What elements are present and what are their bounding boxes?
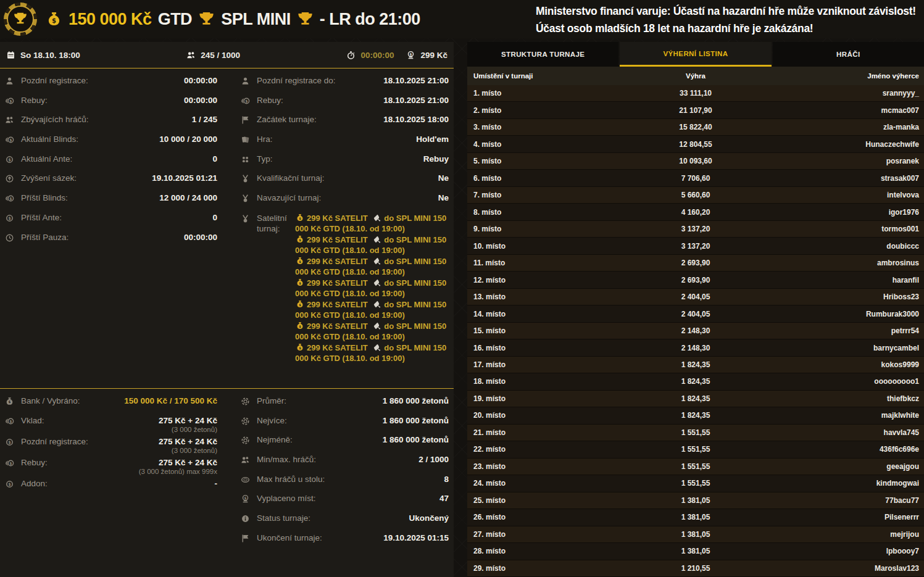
info-value: 47 — [435, 494, 449, 503]
table-row: 4. místo 12 804,55 Hunaczechwife — [467, 136, 924, 152]
info-label: Zvýšení sázek: — [21, 173, 77, 183]
info-row: Nejméně: 1 860 000 žetonů — [241, 431, 449, 451]
table-icon — [241, 475, 250, 484]
info-row: Průměr: 1 860 000 žetonů — [241, 392, 449, 412]
info-value: 00:00:00 — [179, 96, 217, 105]
cell-name: 436f6c696e — [772, 445, 924, 454]
info-row: Pozdní registrace: 275 Kč + 24 Kč(3 000 … — [5, 433, 217, 454]
info-value: 1 860 000 žetonů — [378, 435, 449, 444]
info-row: Status turnaje: Ukončený — [241, 510, 449, 529]
info-value: 1 860 000 žetonů — [378, 396, 449, 405]
table-row: 28. místo 1 381,05 lpboooy7 — [467, 543, 924, 560]
summary-players: 245 / 1000 — [186, 51, 240, 60]
cell-name: Hriboss23 — [772, 293, 924, 301]
info-top-section: Pozdní registrace: 00:00:00 Rebuy: 00:00… — [0, 68, 454, 388]
cell-win: 1 551,55 — [620, 445, 772, 454]
info-value: Rebuy — [418, 154, 449, 164]
info-row: Pozdní registrace: 00:00:00 — [5, 72, 217, 92]
satellite-icon — [373, 214, 381, 222]
cell-win: 1 381,05 — [620, 547, 772, 555]
info-row: Příští Blinds: 12 000 / 24 000 — [5, 189, 217, 209]
cell-name: havvla745 — [772, 428, 924, 437]
info-top-right-column: Pozdní registrace do: 18.10.2025 21:00 R… — [241, 72, 449, 388]
info-row: Rebuy: 00:00:00 — [5, 92, 217, 112]
cell-name: Pilsenerrr — [772, 513, 924, 521]
tab[interactable]: STRUKTURA TURNAJE — [467, 42, 618, 67]
timer-value: 00:00:00 — [360, 51, 394, 60]
satellite-icon — [373, 257, 381, 265]
info-row: Rebuy: 275 Kč + 24 Kč(3 000 žetonů) max … — [5, 454, 217, 475]
gtd-label: GTD — [158, 10, 193, 29]
tournament-title: 150 000 Kč GTD SPL MINI - LR do 21:00 — [46, 0, 420, 38]
cell-place: 15. místo — [467, 326, 620, 335]
cell-name: haranfil — [772, 276, 924, 284]
tab[interactable]: VÝHERNÍ LISTINA — [620, 42, 771, 67]
satellite-link[interactable]: 299 Kč SATELIT do SPL MINI 150 000 Kč GT… — [295, 342, 449, 364]
info-row: Addon: - — [5, 475, 217, 495]
people-icon — [5, 115, 14, 125]
cell-name: intelvova — [772, 191, 924, 199]
info-row: Vyplaceno míst: 47 — [241, 490, 449, 510]
info-label: Rebuy: — [21, 458, 48, 467]
satellite-list: 299 Kč SATELIT do SPL MINI 150 000 Kč GT… — [295, 213, 449, 364]
cell-place: 4. místo — [467, 140, 620, 149]
coins-icon — [5, 194, 14, 203]
cell-place: 22. místo — [467, 445, 620, 454]
moneybag-icon — [5, 397, 14, 406]
cell-place: 3. místo — [467, 123, 620, 131]
info-value: 1 860 000 žetonů — [378, 416, 449, 425]
title-suffix: - LR do 21:00 — [320, 10, 420, 29]
info-row: Typ: Rebuy — [241, 151, 449, 170]
results-table-body: 1. místo 33 111,10 srannyyy_ 2. místo 21… — [467, 85, 924, 577]
coin-icon — [5, 438, 14, 447]
cell-win: 7 706,60 — [620, 174, 772, 183]
cell-name: strasak007 — [772, 174, 924, 183]
info-top-left-column: Pozdní registrace: 00:00:00 Rebuy: 00:00… — [5, 72, 217, 388]
info-value: 275 Kč + 24 Kč(3 000 žetonů) — [154, 416, 217, 433]
cell-place: 11. místo — [467, 259, 620, 267]
info-value: 18.10.2025 18:00 — [378, 115, 449, 124]
cell-name: barnycambel — [772, 344, 924, 352]
summary-right-group: 00:00:00 299 Kč — [346, 51, 447, 60]
cell-win: 1 551,55 — [620, 428, 772, 437]
person-icon — [241, 77, 250, 86]
cell-place: 2. místo — [467, 106, 620, 115]
satellite-link[interactable]: 299 Kč SATELIT do SPL MINI 150 000 Kč GT… — [295, 321, 449, 342]
cell-win: 1 824,35 — [620, 377, 772, 386]
cell-place: 27. místo — [467, 530, 620, 539]
satellite-link[interactable]: 299 Kč SATELIT do SPL MINI 150 000 Kč GT… — [295, 278, 449, 299]
cell-place: 20. místo — [467, 411, 620, 420]
info-label: Max hráčů u stolu: — [257, 475, 325, 484]
cell-win: 2 693,90 — [620, 259, 772, 267]
info-label: Zbývajících hráčů: — [21, 115, 89, 124]
tab[interactable]: HRÁČI — [773, 42, 924, 67]
info-label: Hra: — [257, 135, 273, 144]
table-row: 15. místo 2 148,30 petrrr54 — [467, 323, 924, 339]
cell-win: 1 551,55 — [620, 479, 772, 488]
table-row: 3. místo 15 822,40 zla-manka — [467, 119, 924, 136]
info-row: Navazující turnaj: Ne — [241, 189, 449, 209]
cell-name: thiefbkcz — [772, 394, 924, 403]
date-value: So 18.10. 18:00 — [20, 51, 80, 60]
table-row: 1. místo 33 111,10 srannyyy_ — [467, 85, 924, 102]
calendar-icon — [6, 51, 15, 60]
prize-amount: 150 000 Kč — [69, 10, 152, 29]
gambling-warning: Ministerstvo financí varuje: Účastí na h… — [536, 2, 916, 37]
cell-win: 12 804,55 — [620, 140, 772, 149]
satellite-link[interactable]: 299 Kč SATELIT do SPL MINI 150 000 Kč GT… — [295, 299, 449, 321]
moneybag-icon — [296, 278, 304, 287]
cell-place: 9. místo — [467, 225, 620, 233]
cell-name: 77bacu77 — [772, 496, 924, 505]
info-row: Max hráčů u stolu: 8 — [241, 471, 449, 491]
satellite-link[interactable]: 299 Kč SATELIT do SPL MINI 150 000 Kč GT… — [295, 213, 449, 235]
satellite-link[interactable]: 299 Kč SATELIT do SPL MINI 150 000 Kč GT… — [295, 256, 449, 278]
chip-icon — [241, 436, 250, 445]
medal-icon — [241, 194, 250, 203]
info-icon — [241, 514, 250, 523]
cell-place: 10. místo — [467, 242, 620, 251]
cell-win: 5 660,60 — [620, 191, 772, 199]
satellite-link[interactable]: 299 Kč SATELIT do SPL MINI 150 000 Kč GT… — [295, 235, 449, 256]
info-value: 150 000 Kč / 170 500 Kč — [119, 396, 217, 405]
info-value: 00:00:00 — [179, 76, 217, 85]
info-value: 10 000 / 20 000 — [154, 135, 217, 144]
